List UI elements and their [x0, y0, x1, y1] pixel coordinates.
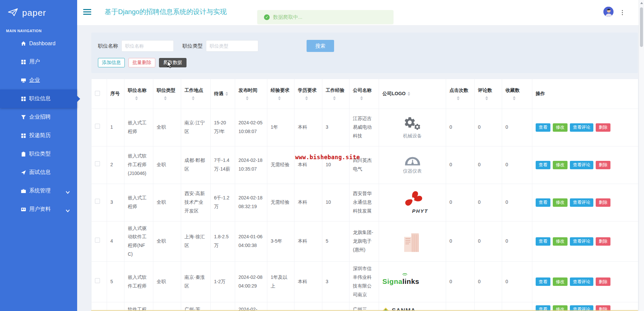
sidebar-item-7[interactable]: 面试信息: [0, 163, 77, 182]
search-button[interactable]: 搜索: [307, 40, 334, 52]
sort-caret-icon[interactable]: [485, 96, 488, 100]
sort-caret-icon[interactable]: [192, 96, 195, 100]
edit-button[interactable]: 修改: [553, 123, 568, 132]
table-header-row: 序号职位名称职位类型工作地点待遇发布时间经验要求学历要求工作经验公司名称公司LO…: [92, 79, 638, 109]
sort-caret-icon[interactable]: [246, 96, 249, 100]
select-all-checkbox[interactable]: [95, 91, 100, 96]
view-comments-button[interactable]: 查看评论: [570, 237, 593, 246]
sidebar-item-dashboard[interactable]: Dashboard: [0, 34, 77, 53]
sidebar-item-4[interactable]: 企业招聘: [0, 108, 77, 126]
view-button[interactable]: 查看: [536, 123, 550, 132]
sort-caret-icon[interactable]: [408, 92, 410, 96]
grid-icon: [21, 59, 26, 65]
sort-caret-icon[interactable]: [457, 96, 460, 100]
scrollbar-thumb[interactable]: [640, 7, 643, 47]
scrollbar-up-arrow-icon[interactable]: [640, 2, 643, 4]
row-checkbox[interactable]: [95, 161, 100, 166]
view-comments-button[interactable]: 查看评论: [570, 123, 593, 132]
sort-caret-icon[interactable]: [135, 96, 138, 100]
cell-logo: SANMA: [379, 302, 446, 311]
column-header-logo[interactable]: 公司LOGO: [379, 79, 446, 109]
cell-checkbox: [92, 146, 107, 184]
hamburger-menu-icon[interactable]: [83, 9, 91, 16]
job-name-input[interactable]: [121, 40, 174, 52]
cell-checkbox: [92, 262, 107, 302]
column-header-location[interactable]: 工作地点: [181, 79, 211, 109]
cell-name: 嵌入式工程师: [124, 184, 153, 221]
column-header-time[interactable]: 发布时间: [235, 79, 267, 109]
view-button[interactable]: 查看: [536, 237, 550, 246]
edit-button[interactable]: 修改: [553, 277, 568, 286]
sidebar-item-6[interactable]: 职位类型: [0, 145, 77, 163]
edit-button[interactable]: 修改: [553, 237, 568, 246]
cell-location: 成都·郫都区: [181, 146, 211, 184]
sort-caret-icon[interactable]: [513, 96, 516, 100]
kebab-menu-icon[interactable]: [620, 9, 625, 16]
cell-type: 全职: [153, 184, 181, 221]
row-checkbox[interactable]: [95, 124, 100, 129]
cell-no: 5: [107, 262, 124, 302]
sidebar-item-9[interactable]: 用户资料: [0, 200, 77, 219]
cell-location: 南京·秦淮区: [181, 262, 211, 302]
view-button[interactable]: 查看: [536, 277, 550, 286]
column-header-experience[interactable]: 经验要求: [267, 79, 294, 109]
avatar[interactable]: [603, 7, 613, 17]
delete-button[interactable]: 删除: [596, 277, 610, 286]
cell-salary: 15-20万/年: [211, 109, 235, 146]
row-checkbox[interactable]: [95, 278, 100, 283]
sort-caret-icon[interactable]: [164, 96, 167, 100]
cell-comments: 0: [475, 262, 502, 302]
row-checkbox[interactable]: [95, 238, 100, 243]
sidebar-item-1[interactable]: 用户: [0, 53, 77, 71]
sidebar-item-5[interactable]: 投递简历: [0, 126, 77, 145]
scrollbar[interactable]: [639, 0, 644, 311]
sidebar-item-8[interactable]: 系统管理: [0, 182, 77, 200]
view-button[interactable]: 查看: [536, 161, 550, 169]
column-header-name[interactable]: 职位名称: [124, 79, 153, 109]
column-header-clicks[interactable]: 点击次数: [446, 79, 475, 109]
gauge-logo: 仪器仪表: [392, 156, 433, 174]
sidebar-nav: Dashboard用户企业职位信息企业招聘投递简历职位类型面试信息系统管理用户资…: [0, 34, 77, 219]
delete-button[interactable]: 删除: [596, 123, 610, 132]
grid-icon: [21, 96, 26, 102]
cell-logo: 仪器仪表: [379, 146, 446, 184]
column-header-work_years[interactable]: 工作经验: [322, 79, 350, 109]
app-logo[interactable]: paper: [0, 0, 77, 25]
column-header-company[interactable]: 公司名称: [350, 79, 379, 109]
sort-caret-icon[interactable]: [305, 96, 308, 100]
cell-checkbox: [92, 302, 107, 311]
filter-panel: 职位名称 职位类型 搜索 添加信息 批量删除 爬取数据: [91, 33, 638, 73]
view-comments-button[interactable]: 查看评论: [570, 277, 593, 286]
column-header-salary[interactable]: 待遇: [211, 79, 235, 109]
column-header-favorites[interactable]: 收藏数: [502, 79, 532, 109]
job-type-input[interactable]: [206, 40, 258, 52]
sidebar-item-3[interactable]: 职位信息: [0, 89, 77, 108]
delete-button[interactable]: 删除: [596, 237, 610, 246]
view-comments-button[interactable]: 查看评论: [570, 161, 593, 169]
add-info-button[interactable]: 添加信息: [98, 58, 125, 67]
cell-education: 本科: [294, 221, 322, 262]
view-comments-button[interactable]: 查看评论: [570, 198, 593, 207]
sort-caret-icon[interactable]: [360, 96, 363, 100]
edit-button[interactable]: 修改: [553, 198, 568, 207]
view-button[interactable]: 查看: [536, 198, 550, 207]
success-check-icon: ✓: [264, 14, 270, 20]
building-icon: [401, 231, 424, 252]
logo-caption: 仪器仪表: [403, 168, 422, 174]
row-checkbox[interactable]: [95, 199, 100, 204]
edit-button[interactable]: 修改: [553, 161, 568, 169]
cell-location: 西安·高新技术产业开发区: [181, 184, 211, 221]
column-header-comments[interactable]: 评论数: [475, 79, 502, 109]
delete-button[interactable]: 删除: [596, 198, 610, 207]
column-header-education[interactable]: 学历要求: [294, 79, 322, 109]
sort-caret-icon[interactable]: [278, 96, 281, 100]
sort-caret-icon[interactable]: [225, 92, 228, 96]
sidebar-item-2[interactable]: 企业: [0, 71, 77, 89]
table-row: 5嵌入式软件工程师全职南京·秦淮区1-2万2024-02-08 04:00:29…: [92, 262, 638, 302]
sort-caret-icon[interactable]: [333, 96, 336, 100]
batch-delete-button[interactable]: 批量删除: [128, 58, 155, 67]
cell-no: 4: [107, 221, 124, 262]
cell-experience: 1年: [267, 109, 294, 146]
column-header-type[interactable]: 职位类型: [153, 79, 181, 109]
delete-button[interactable]: 删除: [596, 161, 610, 169]
